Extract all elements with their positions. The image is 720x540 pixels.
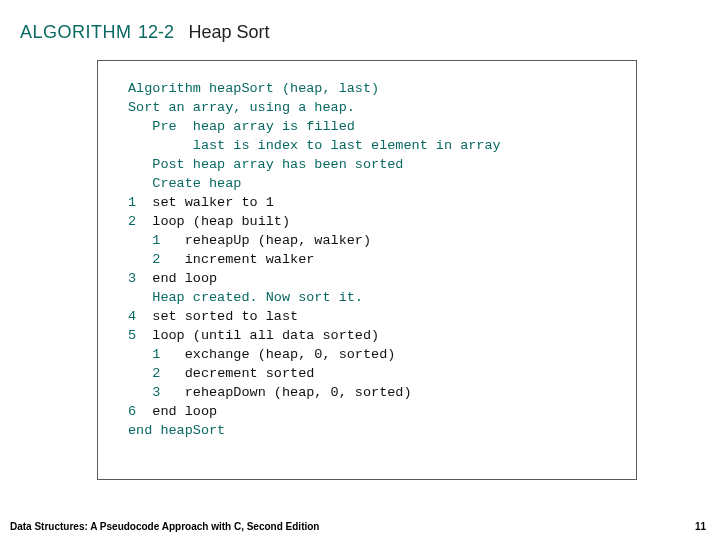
code-line: set walker to 1 [152,195,274,210]
code-line: end loop [152,404,217,419]
code-description: Sort an array, using a heap. [128,100,355,115]
code-box: Algorithm heapSort (heap, last) Sort an … [97,60,637,480]
code-step-num: 6 [128,404,136,419]
code-post: Post heap array has been sorted [128,157,403,172]
code-step-num: 3 [128,271,136,286]
code-substep-num: 3 [152,385,160,400]
code-step-num: 5 [128,328,136,343]
footer-citation: Data Structures: A Pseudocode Approach w… [10,521,319,532]
algorithm-header: ALGORITHM 12-2 Heap Sort [0,0,720,53]
code-pre-2: last is index to last element in array [128,138,501,153]
code-inner: Algorithm heapSort (heap, last) Sort an … [98,61,636,450]
code-line: increment walker [185,252,315,267]
code-line: reheapUp (heap, walker) [185,233,371,248]
code-end: end heapSort [128,423,225,438]
code-line: loop (until all data sorted) [152,328,379,343]
code-step-num: 1 [128,195,136,210]
code-line: decrement sorted [185,366,315,381]
code-substep-num: 2 [152,252,160,267]
code-comment-create-heap: Create heap [128,176,241,191]
code-step-num: 2 [128,214,136,229]
code-line: set sorted to last [152,309,298,324]
code-line: reheapDown (heap, 0, sorted) [185,385,412,400]
slide: ALGORITHM 12-2 Heap Sort Algorithm heapS… [0,0,720,540]
algorithm-label: ALGORITHM [20,22,132,42]
code-substep-num: 1 [152,233,160,248]
code-line: exchange (heap, 0, sorted) [185,347,396,362]
code-signature: Algorithm heapSort (heap, last) [128,81,379,96]
code-listing: Algorithm heapSort (heap, last) Sort an … [128,79,626,440]
code-substep-num: 1 [152,347,160,362]
page-number: 11 [695,521,706,532]
code-substep-num: 2 [152,366,160,381]
code-line: loop (heap built) [152,214,290,229]
code-comment-heap-created: Heap created. Now sort it. [128,290,363,305]
code-line: end loop [152,271,217,286]
algorithm-number: 12-2 [138,22,174,42]
algorithm-title: Heap Sort [188,22,269,42]
code-step-num: 4 [128,309,136,324]
code-pre-1: Pre heap array is filled [128,119,355,134]
